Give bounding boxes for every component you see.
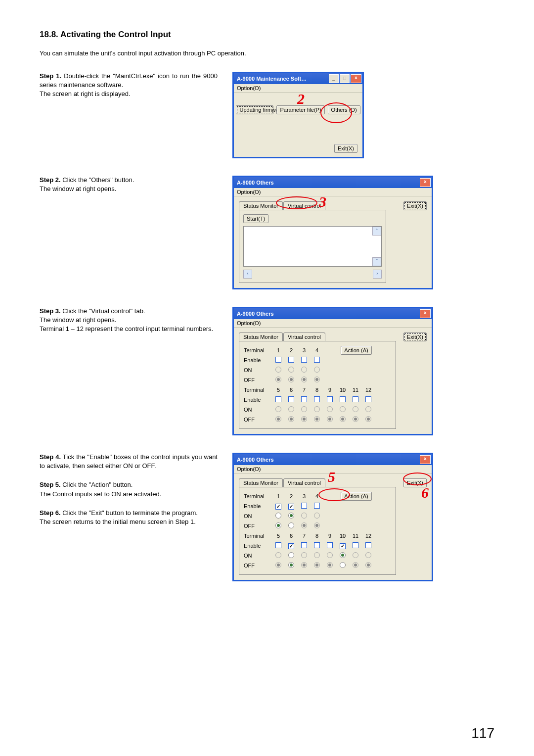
on-radio[interactable] xyxy=(288,406,294,412)
off-radio[interactable] xyxy=(288,522,294,528)
close-button[interactable]: × xyxy=(420,455,431,464)
updating-firmware-button[interactable]: Updating firmware(U) xyxy=(236,105,273,114)
off-radio[interactable] xyxy=(301,522,307,528)
on-radio[interactable] xyxy=(275,406,281,412)
enable-checkbox[interactable] xyxy=(314,357,320,363)
enable-checkbox[interactable] xyxy=(327,396,333,402)
close-button[interactable]: × xyxy=(351,74,361,83)
on-radio[interactable] xyxy=(301,367,307,373)
start-button[interactable]: Start(T) xyxy=(243,214,268,223)
enable-checkbox[interactable]: ✓ xyxy=(288,543,294,549)
on-radio[interactable] xyxy=(327,406,333,412)
action-button[interactable]: Action (A) xyxy=(341,492,371,501)
enable-checkbox[interactable] xyxy=(365,542,371,548)
on-radio[interactable] xyxy=(365,406,371,412)
scroll-down-button[interactable]: ˅ xyxy=(372,257,381,266)
scroll-right-button[interactable]: › xyxy=(373,270,382,279)
scroll-up-button[interactable]: ˄ xyxy=(372,227,381,236)
on-radio[interactable] xyxy=(301,406,307,412)
tab-status-monitor[interactable]: Status Monitor xyxy=(239,201,283,210)
off-radio[interactable] xyxy=(288,377,294,382)
menu-option[interactable]: Option(O) xyxy=(237,85,261,91)
off-radio[interactable] xyxy=(301,562,307,568)
off-radio[interactable] xyxy=(275,416,281,422)
enable-checkbox[interactable] xyxy=(365,396,371,402)
enable-checkbox[interactable] xyxy=(353,542,358,548)
off-radio[interactable] xyxy=(314,377,320,382)
menu-option[interactable]: Option(O) xyxy=(237,320,261,326)
enable-checkbox[interactable] xyxy=(301,542,307,548)
enable-checkbox[interactable] xyxy=(301,396,307,402)
exit-button[interactable]: Exit(X) xyxy=(403,201,427,210)
off-radio[interactable] xyxy=(365,416,371,422)
off-radio[interactable] xyxy=(314,522,320,528)
enable-checkbox[interactable] xyxy=(301,503,307,509)
close-button[interactable]: × xyxy=(420,309,431,318)
off-radio[interactable] xyxy=(275,377,281,382)
off-radio[interactable] xyxy=(340,416,346,422)
on-radio[interactable] xyxy=(340,406,346,412)
on-radio[interactable] xyxy=(314,513,320,519)
on-radio[interactable] xyxy=(275,513,281,519)
enable-checkbox[interactable]: ✓ xyxy=(340,543,346,549)
off-radio[interactable] xyxy=(340,562,346,568)
on-radio[interactable] xyxy=(288,552,294,558)
exit-button[interactable]: Exit(X) xyxy=(334,144,357,153)
enable-checkbox[interactable] xyxy=(301,357,307,363)
tab-virtual-control[interactable]: Virtual control xyxy=(283,201,325,210)
on-radio[interactable] xyxy=(314,367,320,373)
action-button[interactable]: Action (A) xyxy=(341,346,371,355)
enable-checkbox[interactable] xyxy=(314,396,320,402)
on-radio[interactable] xyxy=(288,367,294,373)
enable-checkbox[interactable]: ✓ xyxy=(275,504,281,510)
on-radio[interactable] xyxy=(275,552,281,558)
menu-option[interactable]: Option(O) xyxy=(237,466,261,472)
off-radio[interactable] xyxy=(314,416,320,422)
off-radio[interactable] xyxy=(327,416,333,422)
enable-checkbox[interactable]: ✓ xyxy=(288,504,294,510)
tab-virtual-control[interactable]: Virtual control xyxy=(283,332,325,341)
on-radio[interactable] xyxy=(301,513,307,519)
enable-checkbox[interactable] xyxy=(314,542,320,548)
exit-button[interactable]: Exit(X) xyxy=(403,478,427,487)
tab-status-monitor[interactable]: Status Monitor xyxy=(239,332,283,341)
on-radio[interactable] xyxy=(353,406,358,412)
tab-status-monitor[interactable]: Status Monitor xyxy=(239,478,283,487)
close-button[interactable]: × xyxy=(420,178,431,187)
on-radio[interactable] xyxy=(288,513,294,519)
on-radio[interactable] xyxy=(275,367,281,373)
exit-button[interactable]: Exit(X) xyxy=(403,332,427,341)
menu-option[interactable]: Option(O) xyxy=(237,189,261,195)
off-radio[interactable] xyxy=(301,416,307,422)
enable-checkbox[interactable] xyxy=(275,542,281,548)
on-radio[interactable] xyxy=(353,552,358,558)
on-radio[interactable] xyxy=(340,552,346,558)
tab-virtual-control[interactable]: Virtual control xyxy=(283,478,325,487)
enable-checkbox[interactable] xyxy=(353,396,358,402)
scroll-left-button[interactable]: ‹ xyxy=(243,270,252,279)
on-radio[interactable] xyxy=(327,552,333,558)
others-button[interactable]: Others (O) xyxy=(328,105,360,114)
off-radio[interactable] xyxy=(327,562,333,568)
parameter-file-button[interactable]: Parameter file(P) xyxy=(276,105,324,114)
enable-checkbox[interactable] xyxy=(288,396,294,402)
off-radio[interactable] xyxy=(275,562,281,568)
off-radio[interactable] xyxy=(365,562,371,568)
on-radio[interactable] xyxy=(365,552,371,558)
off-radio[interactable] xyxy=(301,377,307,382)
off-radio[interactable] xyxy=(288,562,294,568)
off-radio[interactable] xyxy=(314,562,320,568)
off-radio[interactable] xyxy=(288,416,294,422)
on-radio[interactable] xyxy=(301,552,307,558)
enable-checkbox[interactable] xyxy=(275,396,281,402)
on-radio[interactable] xyxy=(314,406,320,412)
off-radio[interactable] xyxy=(353,416,358,422)
off-radio[interactable] xyxy=(353,562,358,568)
maximize-button[interactable]: □ xyxy=(340,74,350,83)
minimize-button[interactable]: _ xyxy=(329,74,339,83)
enable-checkbox[interactable] xyxy=(314,503,320,509)
off-radio[interactable] xyxy=(275,522,281,528)
enable-checkbox[interactable] xyxy=(275,357,281,363)
enable-checkbox[interactable] xyxy=(340,396,346,402)
enable-checkbox[interactable] xyxy=(327,542,333,548)
